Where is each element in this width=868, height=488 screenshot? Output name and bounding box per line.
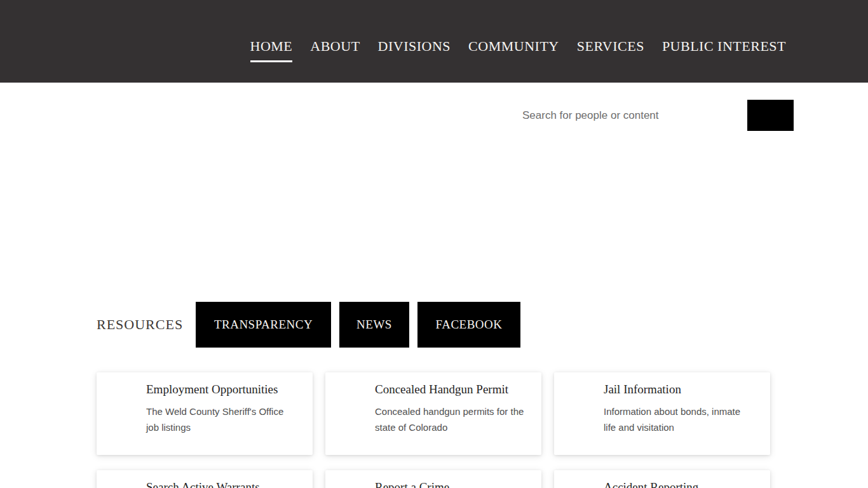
nav-item-home[interactable]: HOME <box>250 38 293 62</box>
filter-button-transparency[interactable]: TRANSPARENCY <box>196 302 331 348</box>
resource-filters: TRANSPARENCY NEWS FACEBOOK <box>196 302 520 348</box>
resource-cards-grid: Employment Opportunities The Weld County… <box>97 372 770 488</box>
resources-heading: RESOURCES <box>97 316 196 333</box>
nav-item-community[interactable]: COMMUNITY <box>468 38 559 62</box>
card-jail-information[interactable]: Jail Information Information about bonds… <box>554 372 770 455</box>
card-concealed-handgun-permit[interactable]: Concealed Handgun Permit Concealed handg… <box>325 372 541 455</box>
main-nav: HOME ABOUT DIVISIONS COMMUNITY SERVICES … <box>250 38 786 62</box>
card-description: Information about bonds, inmate life and… <box>604 403 754 435</box>
card-description: The Weld County Sheriff's Office job lis… <box>146 403 296 435</box>
card-title: Employment Opportunities <box>146 383 296 396</box>
resources-section: RESOURCES TRANSPARENCY NEWS FACEBOOK <box>97 302 520 348</box>
card-search-active-warrants[interactable]: Search Active Warrants <box>97 470 313 488</box>
filter-button-facebook[interactable]: FACEBOOK <box>417 302 520 348</box>
card-accident-reporting[interactable]: Accident Reporting <box>554 470 770 488</box>
search-bar <box>516 100 794 131</box>
nav-item-about[interactable]: ABOUT <box>310 38 360 62</box>
nav-item-divisions[interactable]: DIVISIONS <box>378 38 451 62</box>
search-button[interactable] <box>747 100 794 131</box>
card-description: Concealed handgun permits for the state … <box>375 403 525 435</box>
card-report-a-crime[interactable]: Report a Crime <box>325 470 541 488</box>
card-title: Report a Crime <box>375 480 525 488</box>
search-input[interactable] <box>516 100 741 131</box>
card-employment-opportunities[interactable]: Employment Opportunities The Weld County… <box>97 372 313 455</box>
filter-button-news[interactable]: NEWS <box>339 302 409 348</box>
nav-item-public-interest[interactable]: PUBLIC INTEREST <box>662 38 786 62</box>
card-title: Jail Information <box>604 383 754 396</box>
card-title: Concealed Handgun Permit <box>375 383 525 396</box>
nav-item-services[interactable]: SERVICES <box>577 38 644 62</box>
card-title: Search Active Warrants <box>146 480 296 488</box>
site-header: HOME ABOUT DIVISIONS COMMUNITY SERVICES … <box>0 0 868 83</box>
card-title: Accident Reporting <box>604 480 754 488</box>
